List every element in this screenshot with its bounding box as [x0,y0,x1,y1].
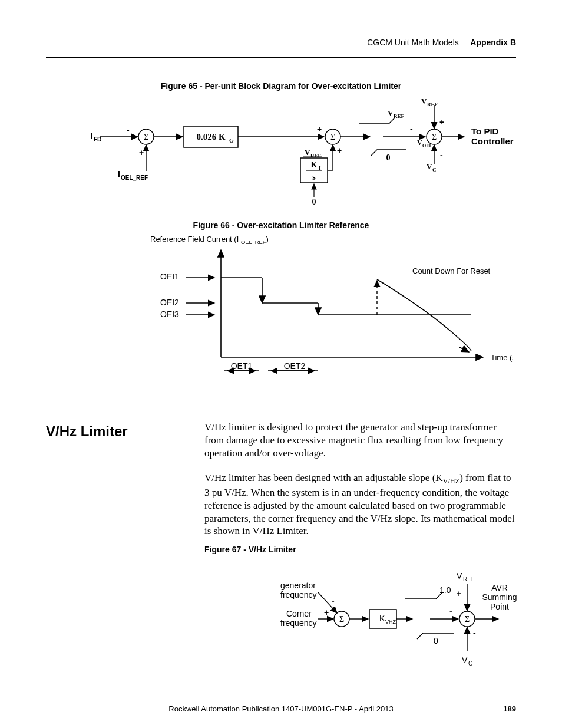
svg-text:REF: REF [463,576,475,582]
svg-text:-: - [440,150,443,160]
svg-text:Σ: Σ [144,133,148,141]
svg-text:frequency: frequency [280,618,316,628]
svg-text:OEL: OEL [422,143,432,149]
svg-text:+: + [324,608,329,617]
svg-text:K: K [311,160,318,169]
page: CGCM Unit Math Models Appendix B Figure … [0,0,562,728]
svg-text:VHZ: VHZ [385,619,396,625]
svg-text:Count Down For Reset: Count Down For Reset [412,266,491,275]
svg-text:I: I [118,169,120,179]
svg-text:Σ: Σ [432,133,437,141]
svg-text:K: K [379,614,385,623]
svg-text:1.0: 1.0 [439,585,451,595]
svg-text:+: + [337,146,342,155]
svg-text:-: - [449,607,452,616]
svg-text:C: C [468,660,472,667]
svg-text:To PID: To PID [471,126,499,136]
svg-text:+: + [139,148,144,157]
svg-text:Σ: Σ [339,615,344,624]
svg-text:V: V [417,139,422,147]
svg-text:OEI1: OEI1 [160,272,179,281]
footer-page: 189 [503,704,516,713]
svg-text:V: V [462,655,468,665]
svg-text:V: V [421,97,427,106]
svg-text:+: + [439,117,444,127]
svg-text:Time (s): Time (s) [491,353,513,362]
svg-text:-: - [473,628,476,637]
svg-text:OEL_REF: OEL_REF [121,174,148,181]
svg-text:OEI2: OEI2 [160,298,179,307]
header-text: CGCM Unit Math Models Appendix B [367,38,516,47]
svg-text:generator: generator [280,581,316,590]
fig65-diagram: Σ I FD - + I OEL_REF 0.026 K G + Σ K I s [82,94,536,212]
fig67-caption: Figure 67 - V/Hz Limiter [204,545,516,554]
svg-text:REF: REF [394,113,405,119]
svg-text:OEI3: OEI3 [160,309,179,319]
svg-text:FD: FD [94,136,101,143]
svg-text:V: V [305,148,310,157]
svg-text:0: 0 [312,197,316,206]
svg-text:Σ: Σ [465,615,470,624]
svg-text:0.026 K: 0.026 K [196,132,226,141]
svg-text:Σ: Σ [330,133,335,141]
svg-text:0: 0 [434,636,438,645]
fig66-caption: Figure 66 - Over-excitation Limiter Refe… [0,220,562,230]
page-header: CGCM Unit Math Models Appendix B [46,37,516,58]
svg-text:Corner: Corner [286,609,312,618]
svg-text:V: V [457,571,462,581]
svg-text:REF: REF [310,153,322,159]
header-appendix: Appendix B [470,38,516,47]
svg-text:V: V [388,108,394,117]
svg-text:V: V [427,162,432,171]
header-chapter: CGCM Unit Math Models [367,38,459,47]
svg-text:-: - [332,597,335,606]
svg-text:OET2: OET2 [284,361,306,371]
svg-text:OET1: OET1 [231,361,253,371]
svg-text:+: + [317,124,322,134]
fig67-diagram: Σ generator frequency - Corner frequency… [259,560,530,678]
svg-text:Summing: Summing [482,592,517,602]
svg-text:+: + [457,589,461,598]
svg-text:s: s [312,173,316,182]
svg-text:AVR: AVR [491,583,508,592]
svg-text:REF: REF [427,101,438,107]
para1: V/Hz limiter is designed to protect the … [204,421,516,459]
svg-text:C: C [432,167,437,173]
para2: V/Hz limiter has been designed with an a… [204,472,516,538]
fig66-ylabel: Reference Field Current (I OEL_REF) [150,235,269,245]
svg-line-67 [459,347,469,352]
svg-text:-: - [127,125,130,134]
fig66-diagram: Time (s) OEI1 OEI2 OEI3 Count Down For R… [153,245,513,381]
svg-text:G: G [229,137,234,144]
svg-text:0: 0 [386,153,391,162]
svg-text:I: I [91,131,93,140]
footer-publication: Rockwell Automation Publication 1407-UM0… [168,704,393,713]
svg-text:-: - [410,124,413,133]
svg-text:frequency: frequency [280,590,316,599]
fig65-caption: Figure 65 - Per-unit Block Diagram for O… [0,81,562,91]
svg-text:Controller: Controller [471,136,514,146]
svg-text:Point: Point [490,602,509,611]
